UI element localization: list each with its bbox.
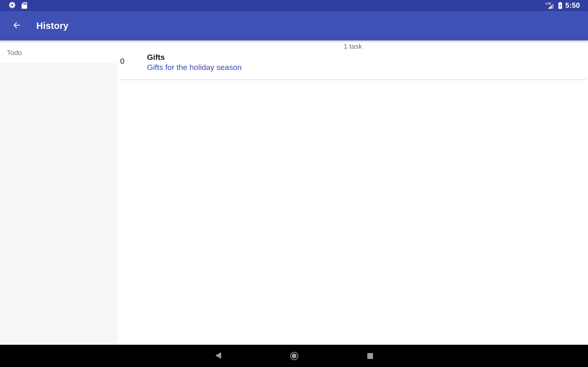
content-area: Todo 1 task 0 Gifts Gifts for the holida… <box>0 40 588 345</box>
task-item-title: Gifts <box>147 52 579 62</box>
list-divider <box>120 79 586 80</box>
task-list-panel: 1 task 0 Gifts Gifts for the holiday sea… <box>118 40 588 345</box>
arrow-left-icon <box>12 21 21 30</box>
settings-gear-icon <box>9 2 16 9</box>
nav-home-button[interactable] <box>290 352 298 360</box>
status-bar-clock: 5:50 <box>565 1 580 10</box>
nav-back-triangle-icon <box>215 352 221 360</box>
sd-card-icon <box>22 2 27 9</box>
status-bar: LTE 5:50 <box>0 0 588 11</box>
status-bar-left-icons <box>9 2 27 9</box>
task-list-item[interactable]: 0 Gifts Gifts for the holiday season <box>118 49 588 79</box>
sidebar: Todo <box>0 40 118 345</box>
page-title: History <box>36 21 69 31</box>
screen: LTE 5:50 H <box>0 0 588 367</box>
task-item-count: 0 <box>120 57 124 66</box>
nav-recents-square-icon <box>367 353 373 359</box>
nav-back-button[interactable] <box>215 352 221 360</box>
lte-signal-icon: LTE <box>545 2 554 9</box>
sidebar-header: Todo <box>0 40 118 63</box>
task-count-header: 1 task <box>118 40 588 49</box>
android-nav-bar <box>0 345 588 367</box>
back-button[interactable] <box>12 22 21 30</box>
task-item-subtitle-link[interactable]: Gifts for the holiday season <box>147 62 579 72</box>
nav-recents-button[interactable] <box>367 353 373 359</box>
sidebar-empty-body <box>0 63 118 345</box>
status-bar-right-icons: LTE 5:50 <box>545 1 580 10</box>
battery-charging-icon <box>558 2 562 9</box>
nav-home-circle-icon <box>290 352 298 360</box>
app-bar: History <box>0 11 588 40</box>
sidebar-header-label: Todo <box>7 49 22 56</box>
